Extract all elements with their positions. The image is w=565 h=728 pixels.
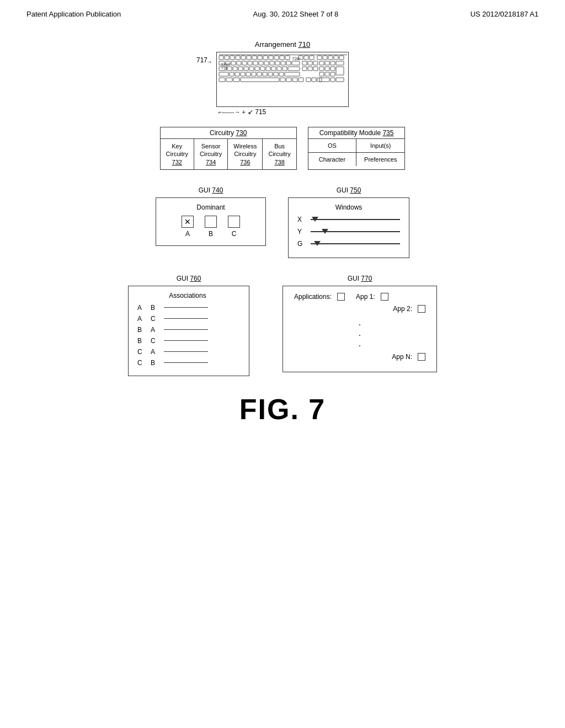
- assoc-line-ca: [164, 351, 208, 352]
- svg-rect-68: [252, 72, 256, 76]
- gui-740-item-c: C: [228, 216, 240, 238]
- gui-770-label: GUI 770: [348, 275, 372, 282]
- svg-rect-8: [258, 56, 262, 60]
- svg-rect-65: [235, 72, 239, 76]
- header-center: Aug. 30, 2012 Sheet 7 of 8: [253, 10, 339, 18]
- svg-rect-7: [252, 56, 257, 60]
- svg-rect-66: [241, 72, 245, 76]
- svg-rect-89: [319, 78, 329, 82]
- compat-grid: OS Input(s) Character Preferences: [308, 139, 405, 166]
- svg-rect-77: [331, 72, 335, 76]
- svg-rect-17: [317, 56, 322, 60]
- svg-rect-81: [241, 78, 279, 82]
- svg-rect-37: [308, 61, 312, 65]
- assoc-row-ab: A B: [137, 304, 238, 312]
- svg-rect-25: [237, 61, 241, 65]
- svg-rect-80: [233, 78, 239, 82]
- compat-cell-character: Character: [308, 153, 356, 166]
- compat-title: Compatibility Module 735: [308, 127, 405, 139]
- gui-740-items: ✕ A B C: [165, 216, 257, 238]
- svg-rect-2: [225, 56, 229, 60]
- svg-rect-42: [336, 61, 344, 65]
- appN-label: App N:: [392, 353, 412, 361]
- gui-750-slider-x[interactable]: [311, 219, 400, 220]
- svg-rect-70: [263, 72, 267, 76]
- gui-740-box: Dominant ✕ A B C: [156, 197, 266, 246]
- svg-rect-67: [246, 72, 250, 76]
- checkbox-c: [228, 216, 240, 228]
- svg-rect-63: [219, 72, 228, 76]
- assoc-line-ab: [164, 307, 208, 308]
- gui-760-title: Associations: [137, 292, 238, 299]
- gui-770-row-appN: App N:: [294, 353, 425, 361]
- svg-rect-85: [299, 78, 303, 82]
- gui-760-panel: GUI 760 Associations A B A C B A: [128, 275, 249, 376]
- svg-rect-55: [288, 67, 300, 71]
- svg-rect-9: [263, 56, 268, 60]
- svg-rect-79: [226, 78, 232, 82]
- svg-rect-56: [302, 67, 307, 71]
- svg-rect-72: [274, 72, 278, 76]
- svg-rect-45: [233, 67, 237, 71]
- header-right: US 2012/0218187 A1: [470, 10, 539, 18]
- assoc-line-ba: [164, 329, 208, 330]
- svg-rect-83: [286, 78, 291, 82]
- circuitry-item-sensor: SensorCircuitry734: [194, 139, 228, 169]
- circuitry-item-wireless: WirelessCircuitry736: [228, 139, 263, 169]
- gui-750-box: Windows X Y G: [288, 197, 409, 258]
- svg-rect-18: [323, 56, 327, 60]
- apps-checkbox[interactable]: [337, 293, 345, 301]
- svg-rect-50: [260, 67, 265, 71]
- gui-740-item-b: B: [205, 216, 217, 238]
- assoc-line-cb: [164, 362, 208, 363]
- gui-750-row-g: G: [297, 240, 400, 248]
- svg-rect-27: [248, 61, 252, 65]
- svg-rect-6: [247, 56, 251, 60]
- circuitry-box: Circuitry 730 KeyCircuitry732 SensorCirc…: [160, 127, 297, 170]
- header-left: Patent Application Publication: [26, 10, 121, 18]
- arrangement-section: Arrangement 710 717 →: [26, 40, 539, 116]
- svg-rect-34: [286, 61, 291, 65]
- compat-cell-os: OS: [308, 139, 356, 153]
- appN-checkbox[interactable]: [418, 353, 425, 361]
- svg-rect-21: [339, 56, 344, 60]
- svg-rect-87: [312, 78, 316, 82]
- svg-rect-59: [319, 67, 324, 71]
- gui-750-label-x: X: [297, 216, 306, 223]
- svg-rect-12: [280, 56, 284, 60]
- svg-rect-38: [313, 61, 318, 65]
- svg-rect-60: [325, 67, 329, 71]
- svg-rect-31: [270, 61, 274, 65]
- svg-rect-76: [325, 72, 329, 76]
- svg-rect-54: [282, 67, 287, 71]
- svg-rect-30: [264, 61, 269, 65]
- arrangement-top: 717 →: [216, 52, 349, 116]
- svg-rect-24: [231, 61, 236, 65]
- gui-740-label: GUI 740: [199, 186, 223, 194]
- app2-checkbox[interactable]: [418, 305, 425, 313]
- app1-checkbox[interactable]: [381, 293, 388, 301]
- svg-rect-47: [244, 67, 248, 71]
- assoc-row-ba: B A: [137, 326, 238, 334]
- svg-rect-61: [331, 67, 335, 71]
- page-header: Patent Application Publication Aug. 30, …: [0, 0, 565, 24]
- svg-rect-40: [325, 61, 329, 65]
- svg-rect-13: [285, 56, 290, 60]
- svg-rect-74: [285, 72, 300, 76]
- assoc-line-bc: [164, 340, 208, 341]
- fig-label: FIG. 7: [26, 393, 539, 426]
- svg-rect-51: [266, 67, 270, 71]
- svg-rect-75: [319, 72, 324, 76]
- gui-750-slider-y[interactable]: [311, 231, 400, 232]
- svg-rect-26: [242, 61, 247, 65]
- svg-rect-11: [274, 56, 279, 60]
- checkbox-b: [205, 216, 217, 228]
- circuitry-title: Circuitry 730: [161, 127, 296, 139]
- svg-rect-16: [310, 56, 314, 60]
- circuitry-items-row: KeyCircuitry732 SensorCircuitry734 Wirel…: [161, 139, 296, 169]
- gui-740-panel: GUI 740 Dominant ✕ A B C: [156, 186, 266, 258]
- circuitry-compatibility-row: Circuitry 730 KeyCircuitry732 SensorCirc…: [26, 127, 539, 170]
- label-715-row: ⌐------→ + ↙ 715: [218, 108, 349, 116]
- gui-750-slider-g[interactable]: [311, 243, 400, 244]
- gui-770-row-app2: App 2:: [294, 305, 425, 313]
